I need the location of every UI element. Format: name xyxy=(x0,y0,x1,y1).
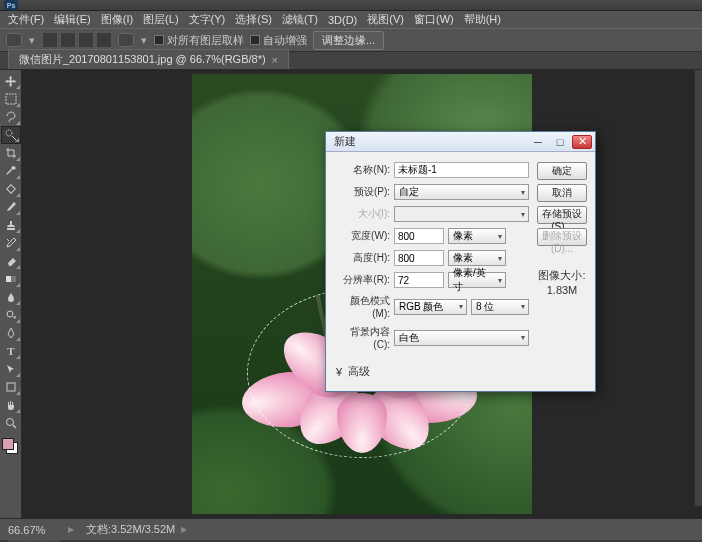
menu-image[interactable]: 图像(I) xyxy=(97,12,137,27)
menu-view[interactable]: 视图(V) xyxy=(363,12,408,27)
checkbox-icon xyxy=(250,35,260,45)
shape-tool[interactable] xyxy=(1,378,21,396)
menu-type[interactable]: 文字(Y) xyxy=(185,12,230,27)
quick-select-tool[interactable] xyxy=(1,126,21,144)
path-select-tool[interactable] xyxy=(1,360,21,378)
blur-tool[interactable] xyxy=(1,288,21,306)
sample-all-layers-checkbox[interactable]: 对所有图层取样 xyxy=(154,33,244,48)
width-input[interactable] xyxy=(394,228,444,244)
color-mode-select[interactable]: RGB 颜色 xyxy=(394,299,467,315)
eraser-tool[interactable] xyxy=(1,252,21,270)
brush-size-picker[interactable] xyxy=(118,33,134,47)
close-dialog-icon[interactable]: ✕ xyxy=(572,135,592,149)
selection-intersect[interactable] xyxy=(96,32,112,48)
height-label: 高度(H): xyxy=(334,251,390,265)
minimize-icon[interactable]: ─ xyxy=(528,135,548,149)
refine-edge-button[interactable]: 调整边缘... xyxy=(313,31,384,50)
document-tab-bar: 微信图片_20170801153801.jpg @ 66.7%(RGB/8*) … xyxy=(0,52,702,70)
resolution-label: 分辨率(R): xyxy=(334,273,390,287)
svg-rect-6 xyxy=(7,383,15,391)
type-tool[interactable]: T xyxy=(1,342,21,360)
eyedropper-tool[interactable] xyxy=(1,162,21,180)
hand-tool[interactable] xyxy=(1,396,21,414)
menu-edit[interactable]: 编辑(E) xyxy=(50,12,95,27)
chevron-icon: ¥ xyxy=(334,366,344,378)
selection-new[interactable] xyxy=(42,32,58,48)
menu-help[interactable]: 帮助(H) xyxy=(460,12,505,27)
resolution-unit-select[interactable]: 像素/英寸 xyxy=(448,272,506,288)
menu-window[interactable]: 窗口(W) xyxy=(410,12,458,27)
svg-rect-0 xyxy=(6,94,16,104)
zoom-arrow-icon[interactable]: ▶ xyxy=(68,525,74,534)
save-preset-button[interactable]: 存储预设(S)... xyxy=(537,206,587,224)
height-input[interactable] xyxy=(394,250,444,266)
current-tool-icon[interactable] xyxy=(6,33,22,47)
menu-filter[interactable]: 滤镜(T) xyxy=(278,12,322,27)
advanced-label: 高级 xyxy=(348,364,370,379)
zoom-level[interactable]: 66.67% xyxy=(8,524,56,536)
menu-select[interactable]: 选择(S) xyxy=(231,12,276,27)
healing-tool[interactable] xyxy=(1,180,21,198)
brush-tool[interactable] xyxy=(1,198,21,216)
size-select xyxy=(394,206,529,222)
stamp-tool[interactable] xyxy=(1,216,21,234)
brush-size-dropdown[interactable]: ▾ xyxy=(140,36,148,44)
maximize-icon[interactable]: □ xyxy=(550,135,570,149)
lasso-tool[interactable] xyxy=(1,108,21,126)
menu-file[interactable]: 文件(F) xyxy=(4,12,48,27)
preset-select[interactable]: 自定 xyxy=(394,184,529,200)
document-tab-title: 微信图片_20170801153801.jpg @ 66.7%(RGB/8*) xyxy=(19,52,266,67)
image-size-label: 图像大小: xyxy=(537,268,587,283)
tools-panel: T xyxy=(0,70,22,518)
foreground-color-swatch[interactable] xyxy=(2,438,14,450)
image-size-readout: 图像大小: 1.83M xyxy=(537,268,587,299)
pen-tool[interactable] xyxy=(1,324,21,342)
doc-info-arrow-icon[interactable]: ▶ xyxy=(181,525,187,534)
background-select[interactable]: 白色 xyxy=(394,330,529,346)
gradient-tool[interactable] xyxy=(1,270,21,288)
resolution-input[interactable] xyxy=(394,272,444,288)
new-document-dialog: 新建 ─ □ ✕ 名称(N): 预设(P): 自定 大小(I): 宽度(W): … xyxy=(325,131,596,392)
dialog-body: 名称(N): 预设(P): 自定 大小(I): 宽度(W): 像素 高度(H):… xyxy=(326,152,595,391)
auto-enhance-checkbox[interactable]: 自动增强 xyxy=(250,33,307,48)
tool-preset-dropdown[interactable]: ▾ xyxy=(28,36,36,44)
marquee-tool[interactable] xyxy=(1,90,21,108)
name-label: 名称(N): xyxy=(334,163,390,177)
document-tab[interactable]: 微信图片_20170801153801.jpg @ 66.7%(RGB/8*) … xyxy=(8,49,289,69)
image-size-value: 1.83M xyxy=(537,283,587,298)
status-bar: 66.67% ▶ 文档:3.52M/3.52M ▶ xyxy=(0,518,702,540)
selection-subtract[interactable] xyxy=(78,32,94,48)
cancel-button[interactable]: 取消 xyxy=(537,184,587,202)
svg-rect-2 xyxy=(7,185,15,193)
dialog-titlebar[interactable]: 新建 ─ □ ✕ xyxy=(326,132,595,152)
height-unit-select[interactable]: 像素 xyxy=(448,250,506,266)
advanced-toggle[interactable]: ¥ 高级 xyxy=(334,364,529,379)
move-tool[interactable] xyxy=(1,72,21,90)
dialog-form: 名称(N): 预设(P): 自定 大小(I): 宽度(W): 像素 高度(H):… xyxy=(334,162,529,379)
collapsed-panels-strip[interactable] xyxy=(694,70,702,506)
dialog-buttons: 确定 取消 存储预设(S)... 删除预设(D)... 图像大小: 1.83M xyxy=(537,162,587,379)
close-tab-icon[interactable]: × xyxy=(272,54,278,66)
selection-mode-group xyxy=(42,32,112,48)
width-unit-select[interactable]: 像素 xyxy=(448,228,506,244)
svg-point-1 xyxy=(6,130,12,136)
history-brush-tool[interactable] xyxy=(1,234,21,252)
app-logo: Ps xyxy=(4,0,18,10)
color-mode-label: 颜色模式(M): xyxy=(334,294,390,319)
crop-tool[interactable] xyxy=(1,144,21,162)
size-label: 大小(I): xyxy=(334,207,390,221)
menu-layer[interactable]: 图层(L) xyxy=(139,12,182,27)
selection-add[interactable] xyxy=(60,32,76,48)
name-input[interactable] xyxy=(394,162,529,178)
sample-all-label: 对所有图层取样 xyxy=(167,33,244,48)
bit-depth-select[interactable]: 8 位 xyxy=(471,299,529,315)
menu-3d[interactable]: 3D(D) xyxy=(324,14,361,26)
dodge-tool[interactable] xyxy=(1,306,21,324)
color-swatches[interactable] xyxy=(0,436,20,458)
width-label: 宽度(W): xyxy=(334,229,390,243)
delete-preset-button: 删除预设(D)... xyxy=(537,228,587,246)
zoom-tool[interactable] xyxy=(1,414,21,432)
ok-button[interactable]: 确定 xyxy=(537,162,587,180)
doc-info[interactable]: 文档:3.52M/3.52M ▶ xyxy=(86,522,187,537)
doc-info-text: 文档:3.52M/3.52M xyxy=(86,522,175,537)
